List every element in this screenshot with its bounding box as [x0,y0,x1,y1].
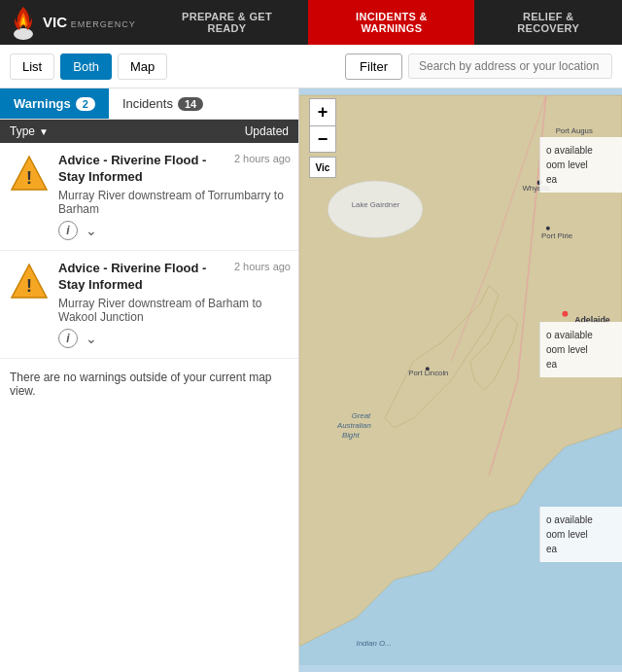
map-view-button[interactable]: Map [118,53,167,80]
header: VIC EMERGENCY PREPARE & GET READY INCIDE… [0,0,622,45]
svg-text:Port Pirie: Port Pirie [541,231,572,240]
svg-text:!: ! [26,276,32,296]
warning-item[interactable]: ! Advice - Riverine Flood - Stay Informe… [0,251,298,359]
nav-incidents[interactable]: INCIDENTS & WARNINGS [308,0,474,45]
warning-list: ! Advice - Riverine Flood - Stay Informe… [0,143,298,409]
warning-title: Advice - Riverine Flood - Stay Informed [58,261,228,294]
list-header: Type ▼ Updated [0,120,298,143]
sort-icon: ▼ [39,126,49,137]
svg-text:Bight: Bight [342,431,361,440]
search-input[interactable] [408,53,612,79]
warning-subtitle: Murray River downstream of Barham to Wak… [58,297,291,324]
warning-content: Advice - Riverine Flood - Stay Informed … [58,261,291,348]
warning-icon: ! [8,153,51,195]
map-controls: + − Vic [309,98,336,178]
zoom-in-button[interactable]: + [309,98,336,125]
logo-vic: VIC [43,14,67,30]
incidents-badge: 14 [178,97,203,111]
svg-point-21 [562,311,568,317]
list-view-button[interactable]: List [10,53,54,80]
flood-advice-icon-2: ! [9,262,50,302]
info-button-2[interactable]: i [58,329,78,348]
warning-icon: ! [8,261,51,303]
warning-title: Advice - Riverine Flood - Stay Informed [58,153,228,186]
nav-relief[interactable]: RELIEF & RECOVERY [474,0,622,45]
expand-button[interactable]: ⌄ [82,221,101,240]
svg-text:Port Augus: Port Augus [556,126,593,135]
incidents-tab[interactable]: Incidents 14 [109,88,217,119]
side-detail-2: o available oom level ea [539,322,622,377]
warning-actions: i ⌄ [58,221,291,240]
zoom-out-button[interactable]: − [309,125,336,153]
warning-time: 2 hours ago [234,261,291,272]
svg-text:Great: Great [352,411,371,420]
logo-area: VIC EMERGENCY [0,5,146,40]
type-sort[interactable]: Type ▼ [10,124,49,138]
main-nav: PREPARE & GET READY INCIDENTS & WARNINGS… [146,0,622,45]
warning-subtitle: Murray River downstream of Torrumbarry t… [58,189,291,216]
left-panel: Warnings 2 Incidents 14 Type ▼ Updated [0,88,299,672]
both-view-button[interactable]: Both [60,53,112,80]
logo-text: VIC EMERGENCY [43,15,136,31]
info-button[interactable]: i [58,221,78,240]
sub-tabs: Warnings 2 Incidents 14 [0,88,298,120]
map-area: Lake Gairdner Port Augus Whyalla Port Pi… [299,88,622,672]
warning-content: Advice - Riverine Flood - Stay Informed … [58,153,291,240]
nav-prepare[interactable]: PREPARE & GET READY [146,0,309,45]
expand-button-2[interactable]: ⌄ [82,329,101,348]
svg-point-0 [14,28,33,40]
side-detail-1: o available oom level ea [539,137,622,193]
svg-point-24 [426,367,430,371]
vic-button[interactable]: Vic [309,157,336,178]
svg-text:!: ! [26,168,32,188]
svg-text:Australian: Australian [336,421,371,430]
svg-text:Indian O...: Indian O... [357,639,392,648]
flame-icon [10,5,37,40]
warning-item[interactable]: ! Advice - Riverine Flood - Stay Informe… [0,143,298,251]
svg-point-23 [546,227,550,230]
warnings-badge: 2 [76,97,95,111]
flood-advice-icon: ! [9,154,50,195]
side-detail-3: o available oom level ea [539,507,622,562]
main-content: Warnings 2 Incidents 14 Type ▼ Updated [0,88,622,672]
warning-time: 2 hours ago [234,153,291,164]
warnings-tab[interactable]: Warnings 2 [0,88,109,119]
warning-actions: i ⌄ [58,329,291,348]
svg-text:Lake Gairdner: Lake Gairdner [352,200,400,209]
filter-button[interactable]: Filter [345,53,402,80]
toolbar: List Both Map Filter [0,45,622,88]
no-warnings-message: There are no warnings outside of your cu… [0,359,298,409]
logo-emergency: EMERGENCY [71,19,136,29]
